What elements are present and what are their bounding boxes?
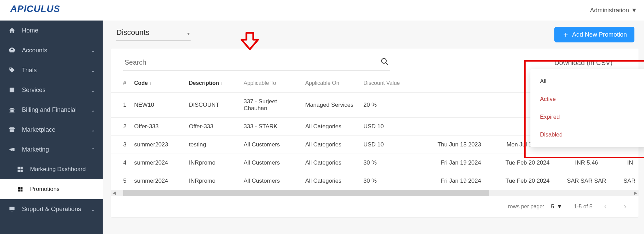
cell-num: 1 <box>111 93 131 118</box>
chevron-down-icon: ▼ <box>557 204 562 210</box>
sidebar-item-billing[interactable]: Billing and Financial ⌄ <box>0 100 103 120</box>
sidebar-item-label: Support & Operations <box>22 206 91 213</box>
sidebar-item-label: Marketing Dashboard <box>30 166 95 173</box>
cell-num: 5 <box>111 172 131 190</box>
rows-per-page-select[interactable]: 5 ▼ <box>551 204 562 210</box>
user-circle-icon <box>8 47 16 54</box>
search-input[interactable] <box>125 58 381 66</box>
svg-rect-8 <box>21 170 23 172</box>
cell-code: Offer-333 <box>131 118 186 136</box>
filter-option-disabled[interactable]: Disabled <box>530 126 644 144</box>
cell-start-date <box>415 118 484 136</box>
sidebar-item-label: Marketplace <box>22 126 91 133</box>
dashboard-icon <box>16 166 25 173</box>
table-row[interactable]: 4summer2024INRpromoAll CustomersAll Cate… <box>111 154 641 172</box>
column-header-applicable-to[interactable]: Applicable To <box>241 74 302 93</box>
scroll-left-icon[interactable]: ◀ <box>111 191 117 195</box>
cell-description: INRpromo <box>186 172 241 190</box>
prev-page-button[interactable]: ‹ <box>604 202 606 211</box>
cell-description: Offer-333 <box>186 118 241 136</box>
sidebar-item-trials[interactable]: Trials ⌄ <box>0 60 103 80</box>
svg-text:APICULUS: APICULUS <box>10 3 60 14</box>
promotions-icon <box>16 186 25 193</box>
chevron-down-icon: ▼ <box>631 7 637 14</box>
scroll-right-icon[interactable]: ▶ <box>632 191 639 195</box>
layers-icon <box>8 87 16 93</box>
administration-dropdown[interactable]: Administration ▼ <box>590 7 637 14</box>
svg-rect-12 <box>21 190 23 192</box>
cell-redeemed-value: SAR SAR SAR <box>552 172 621 190</box>
cell-applicable-to: 337 - Surjeet Chauhan <box>241 93 302 118</box>
cell-end-date: Tue Feb 20 2024 <box>484 154 552 172</box>
chevron-up-icon: ⌃ <box>91 146 95 153</box>
main-area: Discounts ▼ ＋ Add New Promotion Download… <box>103 21 644 234</box>
filter-option-all[interactable]: All <box>530 73 644 90</box>
administration-label: Administration <box>590 7 629 14</box>
svg-rect-13 <box>10 207 15 210</box>
sidebar-item-support[interactable]: Support & Operations ⌄ <box>0 199 103 219</box>
cell-redeemed-value: INR 5.46 <box>552 154 621 172</box>
page-type-dropdown[interactable]: Discounts ▼ <box>116 28 191 41</box>
cell-code: summer2023 <box>131 136 186 154</box>
sidebar-item-label: Trials <box>22 67 91 74</box>
page-title: Discounts <box>116 28 150 37</box>
svg-point-3 <box>10 68 11 69</box>
cell-discount-value: 30 % <box>361 154 415 172</box>
sidebar-item-label: Accounts <box>22 47 91 54</box>
add-promotion-button[interactable]: ＋ Add New Promotion <box>554 27 634 42</box>
sidebar-item-marketplace[interactable]: Marketplace ⌄ <box>0 120 103 140</box>
scrollbar-thumb[interactable] <box>123 190 489 196</box>
cell-applicable-to: All Customers <box>241 154 302 172</box>
store-icon <box>8 126 16 133</box>
column-header-start[interactable] <box>415 74 484 93</box>
column-header-num[interactable]: # <box>111 74 131 93</box>
sidebar-item-promotions[interactable]: Promotions <box>0 179 103 199</box>
cell-code: summer2024 <box>131 172 186 190</box>
sidebar-item-label: Home <box>22 27 95 34</box>
add-promotion-label: Add New Promotion <box>572 31 627 38</box>
sidebar-item-accounts[interactable]: Accounts ⌄ <box>0 40 103 60</box>
cell-last: IN <box>621 154 641 172</box>
monitor-icon <box>8 206 16 212</box>
chevron-down-icon: ⌄ <box>91 107 95 113</box>
svg-rect-11 <box>18 190 20 192</box>
search-icon <box>381 57 389 67</box>
sort-asc-icon: ↑ <box>220 81 222 86</box>
filter-option-expired[interactable]: Expired <box>530 108 644 126</box>
chevron-down-icon: ⌄ <box>91 127 95 133</box>
filter-option-active[interactable]: Active <box>530 90 644 108</box>
cell-discount-value: 30 % <box>361 172 415 190</box>
table-row[interactable]: 5summer2024INRpromoAll CustomersAll Cate… <box>111 172 641 190</box>
bank-icon <box>8 106 16 113</box>
cell-num: 3 <box>111 136 131 154</box>
next-page-button[interactable]: › <box>624 202 626 211</box>
sidebar-item-marketing-dashboard[interactable]: Marketing Dashboard <box>0 159 103 179</box>
cell-last: SAR <box>621 172 641 190</box>
sidebar: Home Accounts ⌄ Trials ⌄ Services ⌄ Bill… <box>0 21 103 234</box>
column-header-code[interactable]: Code↑ <box>131 74 186 93</box>
cell-applicable-on: All Categories <box>302 172 361 190</box>
sidebar-item-label: Billing and Financial <box>22 106 91 114</box>
search-field[interactable] <box>123 55 390 70</box>
plus-icon: ＋ <box>562 31 569 38</box>
cell-code: NEW10 <box>131 93 186 118</box>
column-header-discount-value[interactable]: Discount Value <box>361 74 415 93</box>
svg-rect-4 <box>10 88 14 92</box>
sidebar-item-home[interactable]: Home <box>0 21 103 40</box>
sidebar-item-services[interactable]: Services ⌄ <box>0 80 103 100</box>
cell-num: 4 <box>111 154 131 172</box>
chevron-down-icon: ⌄ <box>91 67 95 74</box>
sidebar-item-marketing[interactable]: Marketing ⌃ <box>0 140 103 159</box>
svg-rect-7 <box>18 170 20 172</box>
horizontal-scrollbar[interactable]: ◀ ▶ <box>111 190 639 196</box>
megaphone-icon <box>8 146 16 153</box>
cell-start-date: Fri Jan 19 2024 <box>415 172 484 190</box>
column-header-applicable-on[interactable]: Applicable On <box>302 74 361 93</box>
cell-applicable-on: All Categories <box>302 154 361 172</box>
cell-description: DISCOUNT <box>186 93 241 118</box>
chevron-down-icon: ⌄ <box>91 206 95 212</box>
column-header-description[interactable]: Description↑ <box>186 74 241 93</box>
download-csv-link[interactable]: Download (in CSV) <box>554 59 613 67</box>
svg-line-15 <box>386 63 388 65</box>
cell-discount-value: 20 % <box>361 93 415 118</box>
